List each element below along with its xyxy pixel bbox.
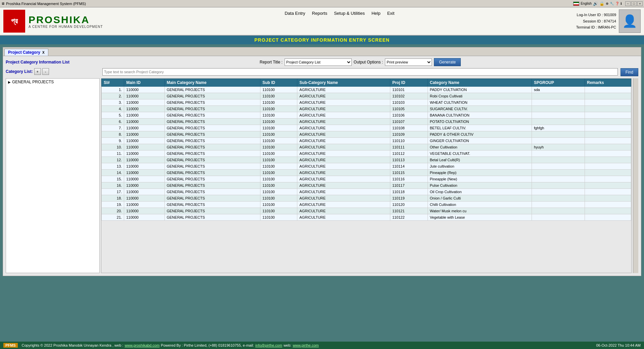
table-row[interactable]: 17. 110000 GENERAL PROJECTS 110100 AGRIC… — [102, 189, 631, 195]
cell-sub-id: 110100 — [260, 112, 297, 119]
col-main-id: Main ID — [124, 79, 165, 87]
cell-sub-id: 110100 — [260, 131, 297, 138]
cell-sub-cat: AGRICULTURE — [297, 125, 390, 131]
maximize-button[interactable]: □ — [631, 1, 637, 6]
cell-spgroup — [532, 138, 585, 144]
cell-sub-id: 110100 — [260, 176, 297, 182]
cell-remarks — [585, 112, 631, 119]
page-title: PROJECT CATEGORY INFORMATION ENTRY SCREE… — [254, 37, 390, 43]
table-row[interactable]: 18. 110000 GENERAL PROJECTS 110100 AGRIC… — [102, 195, 631, 202]
table-row[interactable]: 9. 110000 GENERAL PROJECTS 110100 AGRICU… — [102, 138, 631, 144]
cell-remarks — [585, 106, 631, 112]
nav-help[interactable]: Help — [371, 11, 381, 16]
cell-sub-id: 110100 — [260, 138, 297, 144]
cell-main-cat: GENERAL PROJECTS — [164, 125, 260, 131]
cell-sub-cat: AGRICULTURE — [297, 163, 390, 170]
title-bar: 🖥 Proshika Financial Management System (… — [0, 0, 644, 7]
output-options-select[interactable]: Print preview — [385, 58, 432, 66]
table-row[interactable]: 10. 110000 GENERAL PROJECTS 110100 AGRIC… — [102, 144, 631, 150]
table-row[interactable]: 11. 110000 GENERAL PROJECTS 110100 AGRIC… — [102, 150, 631, 157]
table-row[interactable]: 2. 110000 GENERAL PROJECTS 110100 AGRICU… — [102, 93, 631, 99]
cell-sl: 12. — [102, 157, 124, 163]
tree-item-general-projects[interactable]: ▶ GENERAL PROJECTS — [6, 79, 99, 85]
footer-web2[interactable]: www.pirthe.com — [293, 343, 319, 347]
nav-exit[interactable]: Exit — [387, 11, 395, 16]
plus-button[interactable]: + — [34, 68, 41, 75]
table-row[interactable]: 21. 110000 GENERAL PROJECTS 110100 AGRIC… — [102, 214, 631, 221]
col-cat-name: Category Name — [428, 79, 532, 87]
cell-main-id: 110000 — [124, 163, 165, 170]
cell-proj-id: 110108 — [390, 125, 428, 131]
cell-cat-name: Onion / Garlic Culti — [428, 195, 532, 202]
tab-label: Project Category — [8, 50, 40, 55]
cell-proj-id: 110118 — [390, 189, 428, 195]
cell-sub-cat: AGRICULTURE — [297, 182, 390, 189]
table-row[interactable]: 8. 110000 GENERAL PROJECTS 110100 AGRICU… — [102, 131, 631, 138]
minus-button[interactable]: - — [42, 68, 49, 75]
nav-reports[interactable]: Reports — [312, 11, 328, 16]
cell-main-id: 110000 — [124, 214, 165, 221]
table-row[interactable]: 5. 110000 GENERAL PROJECTS 110100 AGRICU… — [102, 112, 631, 119]
cell-main-id: 110000 — [124, 99, 165, 106]
cell-remarks — [585, 131, 631, 138]
cell-sub-cat: AGRICULTURE — [297, 87, 390, 93]
cell-spgroup — [532, 112, 585, 119]
footer-web1[interactable]: www.proshikabd.com — [125, 343, 159, 347]
table-row[interactable]: 20. 110000 GENERAL PROJECTS 110100 AGRIC… — [102, 208, 631, 214]
table-row[interactable]: 7. 110000 GENERAL PROJECTS 110100 AGRICU… — [102, 125, 631, 131]
table-row[interactable]: 19. 110000 GENERAL PROJECTS 110100 AGRIC… — [102, 202, 631, 208]
output-options-label: Output Options : — [354, 60, 383, 64]
cell-spgroup — [532, 157, 585, 163]
table-row[interactable]: 1. 110000 GENERAL PROJECTS 110100 AGRICU… — [102, 87, 631, 93]
table-row[interactable]: 4. 110000 GENERAL PROJECTS 110100 AGRICU… — [102, 106, 631, 112]
find-button[interactable]: Find — [621, 68, 638, 76]
minimize-button[interactable]: − — [625, 1, 631, 6]
nav-data-entry[interactable]: Data Entry — [285, 11, 305, 16]
table-row[interactable]: 3. 110000 GENERAL PROJECTS 110100 AGRICU… — [102, 99, 631, 106]
cell-main-cat: GENERAL PROJECTS — [164, 202, 260, 208]
cell-spgroup — [532, 99, 585, 106]
cell-main-id: 110000 — [124, 182, 165, 189]
nav-setup[interactable]: Setup & Utilities — [334, 11, 365, 16]
table-row[interactable]: 16. 110000 GENERAL PROJECTS 110100 AGRIC… — [102, 182, 631, 189]
cell-main-cat: GENERAL PROJECTS — [164, 87, 260, 93]
project-category-tab[interactable]: Project Category X — [4, 49, 48, 56]
cell-sl: 11. — [102, 150, 124, 157]
tree-panel: ▶ GENERAL PROJECTS — [6, 78, 100, 273]
cell-main-id: 110000 — [124, 170, 165, 176]
cell-cat-name: PADDY CULTIVATION — [428, 87, 532, 93]
cell-proj-id: 110105 — [390, 106, 428, 112]
report-title-select[interactable]: Project Category List — [285, 58, 352, 66]
col-main-cat: Main Category Name — [164, 79, 260, 87]
table-row[interactable]: 12. 110000 GENERAL PROJECTS 110100 AGRIC… — [102, 157, 631, 163]
cell-sub-cat: AGRICULTURE — [297, 131, 390, 138]
avatar: 👤 — [619, 9, 641, 33]
close-button[interactable]: × — [637, 1, 643, 6]
cell-remarks — [585, 99, 631, 106]
cell-main-id: 110000 — [124, 87, 165, 93]
generate-button[interactable]: Generate — [434, 58, 461, 66]
table-row[interactable]: 15. 110000 GENERAL PROJECTS 110100 AGRIC… — [102, 176, 631, 182]
table-row[interactable]: 13. 110000 GENERAL PROJECTS 110100 AGRIC… — [102, 163, 631, 170]
tab-close-button[interactable]: X — [42, 51, 45, 54]
cell-sub-id: 110100 — [260, 208, 297, 214]
table-row[interactable]: 14. 110000 GENERAL PROJECTS 110100 AGRIC… — [102, 170, 631, 176]
footer-email[interactable]: info@pirthe.com — [255, 343, 282, 347]
cell-main-id: 110000 — [124, 157, 165, 163]
cell-cat-name: SUGARCANE CULTIV. — [428, 106, 532, 112]
cell-sub-id: 110100 — [260, 163, 297, 170]
table-row[interactable]: 6. 110000 GENERAL PROJECTS 110100 AGRICU… — [102, 119, 631, 125]
cell-main-cat: GENERAL PROJECTS — [164, 182, 260, 189]
cell-cat-name: BETEL LEAF CULTIV. — [428, 125, 532, 131]
cell-proj-id: 110103 — [390, 99, 428, 106]
cell-cat-name: Jute cultivation — [428, 163, 532, 170]
scrollbar[interactable] — [633, 78, 638, 273]
cell-remarks — [585, 170, 631, 176]
cell-sl: 9. — [102, 138, 124, 144]
cell-sub-cat: AGRICULTURE — [297, 119, 390, 125]
cell-sub-id: 110100 — [260, 214, 297, 221]
search-input[interactable] — [102, 68, 618, 76]
cell-sub-id: 110100 — [260, 189, 297, 195]
cell-spgroup — [532, 106, 585, 112]
tab-bar: Project Category X — [3, 47, 641, 56]
